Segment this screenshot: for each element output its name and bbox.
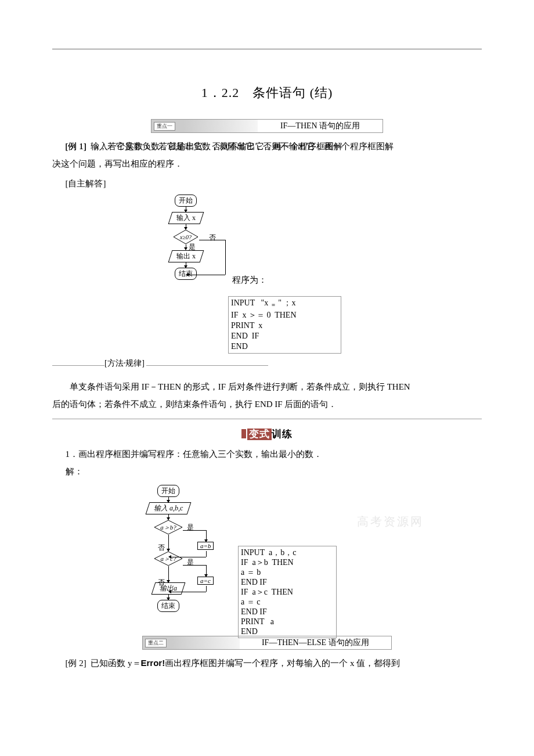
fc2-cond2: a＞c? [161, 555, 176, 563]
method-label: [方法·规律] [104, 359, 145, 368]
arrow-icon [186, 262, 186, 268]
p2-l2: IF a＞b THEN [241, 558, 294, 567]
line [183, 530, 206, 531]
arrow-icon [186, 207, 186, 212]
fc2-assign-2: a=c [197, 577, 214, 585]
fc2-no-2: 否 [158, 578, 165, 588]
fc2-start: 开始 [157, 485, 179, 497]
explanation-block: 单支条件语句采用 IF－THEN 的形式，IF 后对条件进行判断，若条件成立，则… [52, 378, 482, 413]
section-banner-if-then: 重点一 IF—THEN 语句的应用 [151, 119, 383, 133]
example-1-l1: [例 1] 输入一个实数 x，若它是非负数，就输出它，否则不输出它，画一个程序框… [52, 138, 482, 155]
fc1-output: 输出 x [168, 250, 204, 262]
ex2-prefix: [例 2] [66, 658, 86, 668]
banner-red-text: 变式 [247, 429, 272, 440]
line [225, 240, 226, 275]
self-answer-label: [自主解答] [52, 175, 482, 192]
arrow-icon [168, 514, 169, 520]
underline-left [52, 358, 104, 366]
line [171, 592, 206, 592]
arrow-icon [168, 497, 169, 502]
p2-l5: IF a＞c THEN [241, 588, 293, 596]
p2-l1: INPUT a，b，c [241, 548, 296, 557]
banner-tag-2: 重点二 [145, 639, 167, 647]
example-2-block: [例 2] 已知函数 y＝Error!画出程序框图并编写一个程序，对每输入的一个… [52, 654, 482, 672]
practice-banner: 变式训练 [0, 427, 534, 441]
ex2-body-a: 已知函数 y＝ [91, 658, 140, 668]
fc2-yes-2: 是 [187, 557, 194, 567]
fc2-diamond-2: a＞c? [154, 551, 183, 566]
arrow-icon [186, 273, 189, 276]
practice-1-answer: 解： [52, 463, 482, 480]
line [206, 551, 207, 557]
banner-tag: 重点一 [154, 122, 175, 131]
p2-l9: END [241, 627, 258, 636]
fc2-no-1: 否 [158, 543, 165, 553]
ex1-body: 输入一个实数 x，若它是非负数，就输出它，否则不输出它，画一个程序框图解 [91, 142, 393, 151]
fc2-diamond-1: a＞b? [154, 520, 183, 535]
arrow-icon [168, 595, 169, 600]
method-rule-line: [方法·规律] [52, 358, 482, 369]
p1-l5: END [231, 342, 248, 351]
banner-black-text: 训练 [272, 429, 293, 440]
example-2-line: [例 2] 已知函数 y＝Error!画出程序框图并编写一个程序，对每输入的一个… [52, 654, 482, 672]
fc2-cond1: a＞b? [160, 523, 176, 532]
p2-l4: END IF [241, 578, 267, 586]
fc1-start: 开始 [175, 195, 197, 207]
p1-l3: PRINT x [231, 321, 262, 330]
p2-l6: a ＝ c [241, 597, 260, 606]
page-title: 1．2.2 条件语句 (结) [0, 84, 534, 102]
p2-l8: PRINT a [241, 617, 274, 626]
p1-l4: END IF [231, 332, 259, 340]
banner-text-2: IF—THEN—ELSE 语句的应用 [240, 636, 391, 649]
program-2-box: INPUT a，b，c IF a＞b THEN a ＝ b END IF IF … [238, 546, 337, 638]
fc2-yes-1: 是 [187, 523, 194, 532]
arrow-icon [186, 244, 186, 250]
p1-l1a: INPUT "x [231, 298, 270, 307]
line [189, 275, 225, 275]
fc1-no: 否 [209, 233, 216, 243]
watermark-text: 高考资源网 [357, 514, 424, 530]
explain-l1: 单支条件语句采用 IF－THEN 的形式，IF 后对条件进行判断，若条件成立，则… [52, 378, 482, 395]
arrow-icon [186, 224, 186, 229]
fc2-end: 结束 [157, 600, 179, 612]
red-bar-icon [241, 429, 246, 438]
document-page: 1．2.2 条件语句 (结) 重点一 IF—THEN 语句的应用 [例 1] x… [0, 49, 534, 756]
example-1-l2: 决这个问题，再写出相应的程序． [52, 155, 482, 172]
flowchart-1: 开始 输入 x x≥0? 是 输出 x 结束 否 程序为： [116, 195, 418, 293]
program-label: 程序为： [232, 275, 267, 286]
line [183, 565, 206, 566]
banner-fill: 重点二 [143, 636, 240, 649]
example-1-block: [例 1] 输入一个实数 x，若它是非负数，就输出它，否则不输出它，画一个程序框… [52, 138, 482, 192]
line [199, 240, 225, 240]
arrow-icon [168, 590, 171, 593]
fc2-assign-1: a=b [197, 542, 214, 550]
p2-l7: END IF [241, 607, 267, 616]
p1-l1b: " ；x [276, 298, 296, 307]
fc1-input-text: 输入 x [176, 214, 196, 222]
flowchart-2: 高考资源网 开始 输入 a,b,c a＞b? a＞c? 输出a 结束 [87, 485, 447, 636]
program-1-box: INPUT "x ＝ " ；x IF x ＞＝ 0 THEN PRINT x E… [228, 296, 341, 354]
p1-l2: IF x ＞＝ 0 THEN [231, 311, 297, 319]
top-horizontal-rule [52, 49, 482, 49]
banner-fill: 重点一 [151, 120, 258, 132]
fc1-output-text: 输出 x [176, 252, 196, 260]
fc2-input-text: 输入 a,b,c [154, 504, 183, 512]
banner-text: IF—THEN 语句的应用 [258, 120, 383, 132]
practice-1-block: 1．画出程序框图并编写程序：任意输入三个实数，输出最小的数． 解： [52, 445, 482, 480]
line [206, 586, 207, 592]
ex1-prefix: [例 1] [66, 142, 86, 151]
fc1-cond: x≥0? [180, 234, 192, 240]
practice-banner-box: 变式训练 [241, 427, 293, 441]
explain-l2: 后的语句体；若条件不成立，则结束条件语句，执行 END IF 后面的语句． [52, 395, 482, 413]
ex2-body-b: 画出程序框图并编写一个程序，对每输入的一个 x 值，都得到 [165, 658, 400, 668]
fc1-input: 输入 x [168, 212, 204, 224]
fc2-input: 输入 a,b,c [145, 502, 191, 514]
separator-rule [52, 419, 482, 419]
practice-1-line: 1．画出程序框图并编写程序：任意输入三个实数，输出最小的数． [52, 445, 482, 463]
ex2-error: Error! [141, 658, 165, 668]
p2-l3: a ＝ b [241, 568, 261, 577]
underline-right [146, 358, 268, 366]
